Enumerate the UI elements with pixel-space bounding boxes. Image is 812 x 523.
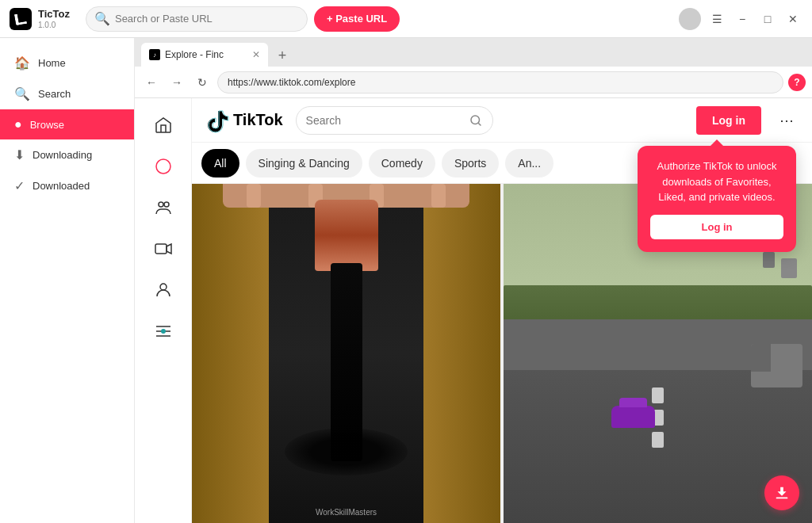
tab-favicon: ♪ (149, 49, 160, 60)
tiktok-nav-profile[interactable] (146, 273, 181, 307)
tiktok-page: TikTok Log in ⋯ All (135, 98, 812, 523)
search-input[interactable] (115, 13, 299, 25)
browser-tab-explore[interactable]: ♪ Explore - Finc ✕ (141, 43, 268, 67)
tiktok-header: TikTok Log in ⋯ (192, 98, 812, 143)
url-bar[interactable]: https://www.tiktok.com/explore (217, 71, 783, 94)
help-button[interactable]: ? (788, 74, 806, 91)
tab-bar: ♪ Explore - Finc ✕ + (135, 38, 812, 67)
svg-point-5 (161, 329, 166, 334)
category-tab-all[interactable]: All (201, 149, 239, 178)
sidebar-item-downloading[interactable]: ⬇ Downloading (0, 139, 134, 170)
tiktok-search-input[interactable] (306, 114, 463, 127)
svg-point-6 (471, 116, 480, 124)
browser-area: ♪ Explore - Finc ✕ + ← → ↻ https://www.t… (135, 38, 812, 523)
sidebar-item-search[interactable]: 🔍 Search (0, 78, 134, 109)
sidebar-label-browse: Browse (30, 119, 64, 131)
forward-button[interactable]: → (167, 72, 187, 93)
help-icon: ? (794, 77, 799, 88)
refresh-button[interactable]: ↻ (192, 72, 213, 93)
category-tab-comedy[interactable]: Comedy (369, 149, 435, 178)
address-bar: ← → ↻ https://www.tiktok.com/explore ? (135, 67, 812, 98)
tiktok-sidebar (135, 98, 192, 523)
search-icon: 🔍 (94, 11, 110, 26)
tiktok-nav-home[interactable] (146, 108, 181, 143)
maximize-button[interactable]: □ (758, 10, 777, 29)
tiktok-more-button[interactable]: ⋯ (774, 108, 799, 133)
auth-popup-text: Authorize TikTok to unlock downloads of … (650, 158, 783, 205)
sidebar-label-downloading: Downloading (33, 149, 92, 161)
sidebar-label-search: Search (38, 88, 71, 100)
category-tab-anime[interactable]: An... (505, 149, 553, 178)
sidebar-label-downloaded: Downloaded (33, 180, 90, 192)
svg-rect-3 (155, 244, 167, 254)
new-tab-button[interactable]: + (271, 44, 293, 67)
downloaded-icon: ✓ (14, 178, 25, 193)
main-layout: 🏠 Home 🔍 Search ● Browse ⬇ Downloading ✓… (0, 38, 812, 523)
app-logo-icon (14, 12, 27, 25)
app-logo (10, 8, 32, 30)
tiktok-nav-special[interactable] (146, 314, 181, 349)
tab-label: Explore - Finc (165, 49, 224, 60)
download-fab-button[interactable] (764, 475, 799, 510)
category-tab-singing[interactable]: Singing & Dancing (246, 149, 362, 178)
tab-close-icon[interactable]: ✕ (252, 49, 260, 60)
tiktok-logo-text: TikTok (233, 111, 283, 129)
close-button[interactable]: ✕ (783, 10, 802, 29)
svg-point-1 (159, 202, 163, 207)
sidebar-label-home: Home (38, 57, 66, 69)
video-thumb-1[interactable]: WorkSkillMasters (192, 184, 500, 523)
auth-login-button[interactable]: Log in (650, 215, 783, 239)
app-name: TicToz (38, 8, 70, 21)
downloading-icon: ⬇ (14, 147, 25, 162)
sidebar-item-home[interactable]: 🏠 Home (0, 48, 134, 78)
search-bar[interactable]: 🔍 (86, 6, 308, 32)
home-icon: 🏠 (14, 55, 30, 71)
sidebar-item-browse[interactable]: ● Browse (0, 109, 134, 139)
tiktok-nav-explore[interactable] (146, 149, 181, 184)
avatar[interactable] (679, 8, 701, 30)
title-bar: TicToz 1.0.0 🔍 + Paste URL ☰ − □ ✕ (0, 0, 812, 38)
back-button[interactable]: ← (141, 72, 162, 93)
browse-icon: ● (14, 117, 22, 132)
app-sidebar: 🏠 Home 🔍 Search ● Browse ⬇ Downloading ✓… (0, 38, 135, 523)
tiktok-login-button[interactable]: Log in (696, 106, 761, 135)
minimize-button[interactable]: − (733, 10, 752, 29)
svg-point-2 (164, 202, 169, 207)
paste-url-button[interactable]: + Paste URL (314, 6, 400, 32)
app-info: TicToz 1.0.0 (38, 8, 70, 29)
tiktok-nav-following[interactable] (146, 190, 181, 225)
svg-point-0 (156, 159, 170, 174)
tiktok-search-bar[interactable] (296, 106, 494, 135)
search-sidebar-icon: 🔍 (14, 86, 30, 101)
category-tab-sports[interactable]: Sports (442, 149, 499, 178)
menu-button[interactable]: ☰ (707, 10, 726, 29)
svg-point-4 (160, 284, 167, 290)
svg-rect-7 (776, 498, 788, 499)
auth-popup: Authorize TikTok to unlock downloads of … (638, 146, 796, 252)
app-version: 1.0.0 (38, 21, 70, 29)
tiktok-logo: TikTok (205, 108, 283, 133)
window-controls: ☰ − □ ✕ (679, 8, 802, 30)
video1-watermark: WorkSkillMasters (316, 508, 377, 517)
tiktok-nav-live[interactable] (146, 231, 181, 266)
url-text: https://www.tiktok.com/explore (228, 77, 355, 88)
sidebar-item-downloaded[interactable]: ✓ Downloaded (0, 170, 134, 201)
